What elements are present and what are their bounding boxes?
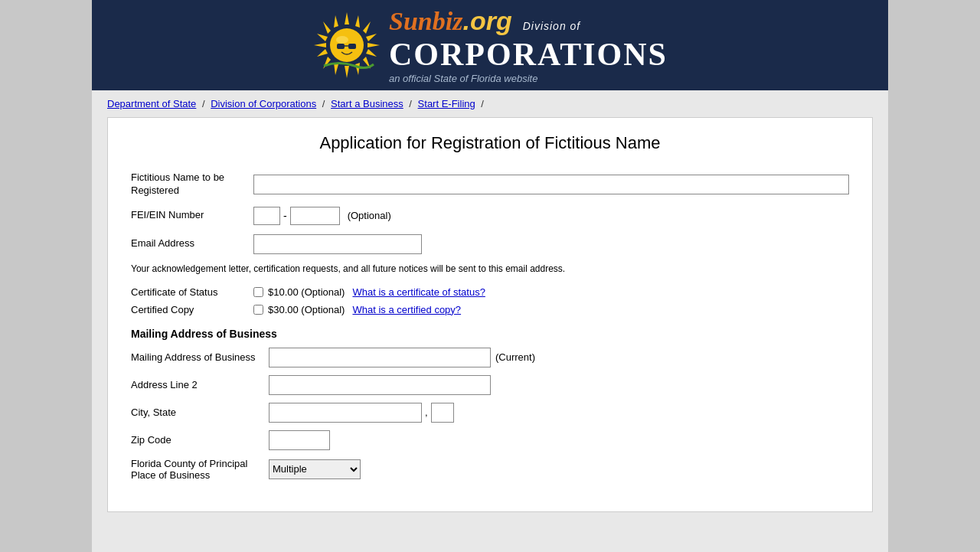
email-label: Email Address xyxy=(131,237,253,250)
svg-marker-1 xyxy=(345,66,349,78)
svg-marker-6 xyxy=(323,57,331,69)
mailing-address-label: Mailing Address of Business xyxy=(131,351,269,363)
certified-copy-link[interactable]: What is a certified copy? xyxy=(352,304,461,315)
breadcrumb: Department of State / Division of Corpor… xyxy=(92,90,888,117)
mailing-current-text: (Current) xyxy=(495,351,535,363)
fei-optional: (Optional) xyxy=(348,210,391,221)
certified-copy-row: Certified Copy $30.00 (Optional) What is… xyxy=(131,304,849,315)
svg-rect-18 xyxy=(337,44,345,49)
division-of-text: Division of xyxy=(523,20,581,32)
zip-label: Zip Code xyxy=(131,434,269,446)
svg-marker-15 xyxy=(355,63,360,75)
svg-marker-9 xyxy=(366,34,377,41)
corp-text-area: Sunbiz .org Division of Corporations an … xyxy=(389,6,668,84)
cert-status-link[interactable]: What is a certificate of status? xyxy=(352,286,485,298)
svg-point-17 xyxy=(336,36,348,44)
svg-marker-13 xyxy=(355,15,360,28)
fei-part1-input[interactable] xyxy=(253,207,280,225)
cert-status-price: $10.00 (Optional) xyxy=(268,286,345,298)
certified-copy-price: $30.00 (Optional) xyxy=(268,304,345,315)
state-input[interactable] xyxy=(431,403,454,423)
address-line2-label: Address Line 2 xyxy=(131,379,269,390)
fictitious-name-row: Fictitious Name to be Registered xyxy=(131,171,849,198)
svg-marker-2 xyxy=(314,43,326,47)
city-state-label: City, State xyxy=(131,407,269,418)
city-state-inputs: , xyxy=(269,403,454,423)
fei-dash: - xyxy=(283,210,287,222)
svg-rect-19 xyxy=(348,44,356,49)
email-input[interactable] xyxy=(253,234,422,254)
logo-area: Sunbiz .org Division of Corporations an … xyxy=(312,6,668,84)
breadcrumb-start-efiling[interactable]: Start E-Filing xyxy=(418,98,475,109)
svg-marker-3 xyxy=(368,43,380,47)
svg-marker-14 xyxy=(334,63,338,75)
official-text: an official State of Florida website xyxy=(389,73,668,84)
mailing-section-header: Mailing Address of Business xyxy=(131,328,849,340)
svg-point-16 xyxy=(330,28,364,62)
fictitious-name-input[interactable] xyxy=(253,175,849,194)
county-select[interactable]: Multiple Alachua Baker Bay Bradford Brev… xyxy=(269,459,361,479)
zip-input[interactable] xyxy=(269,430,330,450)
certified-copy-checkbox[interactable] xyxy=(253,305,263,315)
breadcrumb-sep-1: / xyxy=(202,98,207,109)
cert-status-label: Certificate of Status xyxy=(131,286,253,298)
certified-copy-label: Certified Copy xyxy=(131,304,253,315)
svg-marker-10 xyxy=(317,49,328,57)
sunbiz-text: Sunbiz xyxy=(389,7,462,36)
svg-marker-11 xyxy=(366,49,377,57)
header-banner: Sunbiz .org Division of Corporations an … xyxy=(92,0,888,90)
cert-status-row: Certificate of Status $10.00 (Optional) … xyxy=(131,286,849,298)
zip-row: Zip Code xyxy=(131,430,849,450)
sun-icon xyxy=(312,11,381,80)
fei-row: FEI/EIN Number - (Optional) xyxy=(131,207,849,225)
breadcrumb-div-corps[interactable]: Division of Corporations xyxy=(211,98,316,109)
county-label: Florida County of Principal Place of Bus… xyxy=(131,458,269,481)
svg-marker-5 xyxy=(363,21,371,34)
address-line2-row: Address Line 2 xyxy=(131,375,849,395)
cert-status-checkbox[interactable] xyxy=(253,287,263,297)
fictitious-name-label: Fictitious Name to be Registered xyxy=(131,171,253,198)
email-note: Your acknowledgement letter, certificati… xyxy=(131,263,849,274)
svg-marker-0 xyxy=(345,12,349,24)
email-row: Email Address xyxy=(131,234,849,254)
breadcrumb-trailing-sep: / xyxy=(481,98,484,109)
main-content: Application for Registration of Fictitio… xyxy=(107,117,873,512)
sunbiz-logo xyxy=(312,11,381,80)
svg-marker-8 xyxy=(317,34,328,41)
fei-inputs: - (Optional) xyxy=(253,207,391,225)
breadcrumb-sep-2: / xyxy=(322,98,328,109)
svg-marker-4 xyxy=(323,21,331,34)
breadcrumb-sep-3: / xyxy=(409,98,414,109)
city-state-row: City, State , xyxy=(131,403,849,423)
corporations-text: Corporations xyxy=(389,36,668,73)
svg-marker-12 xyxy=(334,15,338,28)
breadcrumb-dept-state[interactable]: Department of State xyxy=(107,98,196,109)
fei-label: FEI/EIN Number xyxy=(131,209,253,222)
address-line2-input[interactable] xyxy=(269,375,491,395)
city-state-comma: , xyxy=(425,407,428,418)
form-title: Application for Registration of Fictitio… xyxy=(131,133,849,153)
mailing-address-input[interactable] xyxy=(269,348,491,367)
city-input[interactable] xyxy=(269,403,422,423)
county-row: Florida County of Principal Place of Bus… xyxy=(131,458,849,481)
fei-part2-input[interactable] xyxy=(290,207,340,225)
org-text: .org xyxy=(462,6,511,36)
breadcrumb-start-business[interactable]: Start a Business xyxy=(331,98,403,109)
mailing-address-row: Mailing Address of Business (Current) xyxy=(131,348,849,367)
